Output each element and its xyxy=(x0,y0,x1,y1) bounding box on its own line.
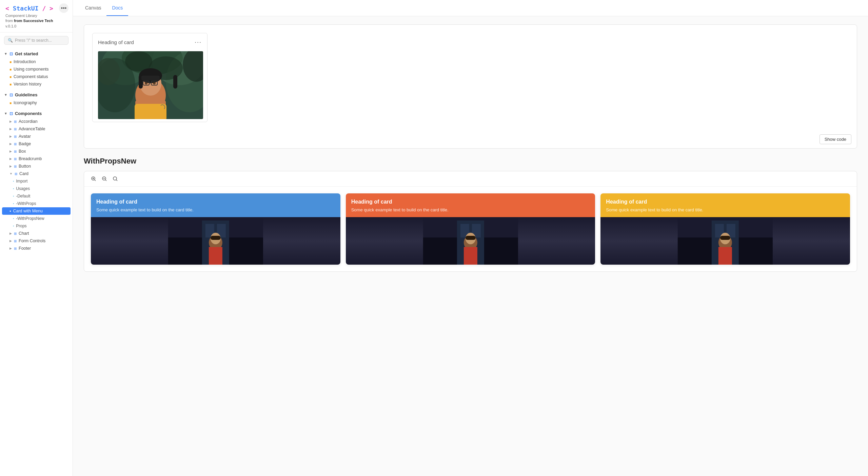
comp-icon: ⊞ xyxy=(14,239,17,243)
card-image xyxy=(98,51,203,119)
chevron-down-icon: ▼ xyxy=(4,93,7,97)
nav-item-label: Form Controls xyxy=(19,239,45,243)
nav-group-label: Components xyxy=(15,111,42,116)
search-icon: 🔍 xyxy=(8,38,13,43)
sidebar-item-card[interactable]: ▼ ⊞ Card xyxy=(0,170,73,177)
sidebar-item-button[interactable]: ▶ ⊞ Button xyxy=(0,163,73,170)
zoom-controls xyxy=(84,171,857,187)
nav-subitem-label: Import xyxy=(16,179,27,184)
app-subtitle: Component Library from from Successive T… xyxy=(5,13,67,29)
sidebar-subitem-import[interactable]: ▪ Import xyxy=(0,177,73,185)
sidebar-item-chart[interactable]: ▶ ⊞ Chart xyxy=(0,230,73,237)
svg-rect-24 xyxy=(135,104,166,119)
svg-line-30 xyxy=(105,180,106,181)
sidebar-item-using-components[interactable]: ■ Using components xyxy=(0,65,73,73)
svg-rect-16 xyxy=(173,75,177,89)
app-logo: < StackUI / > xyxy=(5,5,67,12)
sidebar: < StackUI / > Component Library from fro… xyxy=(0,0,73,476)
comp-icon: ⊞ xyxy=(14,142,17,146)
sidebar-item-iconography[interactable]: ■ Iconography xyxy=(0,99,73,107)
nav-item-label: AdvanceTable xyxy=(19,127,45,131)
chevron-right-icon: ▶ xyxy=(9,142,12,146)
folder-icon: ⊡ xyxy=(9,52,13,56)
sidebar-item-advance-table[interactable]: ▶ ⊞ AdvanceTable xyxy=(0,125,73,133)
sidebar-item-box[interactable]: ▶ ⊞ Box xyxy=(0,148,73,155)
card-demo: Heading of card ··· xyxy=(92,33,208,122)
color-card-yellow: Heading of card Some quick example text … xyxy=(600,193,850,265)
card-yellow-text: Some quick example text to build on the … xyxy=(606,207,845,213)
svg-rect-58 xyxy=(718,247,732,265)
card-orange-heading: Heading of card xyxy=(351,199,590,205)
card-menu-button[interactable]: ··· xyxy=(195,39,202,46)
withpropsnew-preview: Heading of card Some quick example text … xyxy=(84,171,857,272)
nav-group-label: Guidelines xyxy=(15,92,37,97)
content-area: Heading of card ··· xyxy=(73,16,868,476)
svg-rect-42 xyxy=(211,236,221,240)
doc-icon: ■ xyxy=(9,68,12,71)
color-card-blue: Heading of card Some quick example text … xyxy=(91,193,340,265)
tab-docs[interactable]: Docs xyxy=(106,0,128,16)
comp-icon: ⊞ xyxy=(14,135,17,138)
sidebar-item-accordian[interactable]: ▶ ⊞ Accordian xyxy=(0,118,73,125)
preview-inner: Heading of card ··· xyxy=(84,25,857,130)
search-box[interactable]: 🔍 Press "/" to search... xyxy=(4,36,68,45)
sidebar-subitem-default[interactable]: ▪ -Default xyxy=(0,192,73,200)
nav-item-label: Using components xyxy=(14,67,49,72)
sidebar-item-component-status[interactable]: ■ Component status xyxy=(0,73,73,80)
nav-section-get-started: ▼ ⊡ Get started ■ Introduction ■ Using c… xyxy=(0,48,73,89)
more-options-button[interactable]: ••• xyxy=(59,3,68,13)
show-code-button[interactable]: Show code xyxy=(820,134,851,144)
nav-item-label: Badge xyxy=(19,141,31,146)
comp-icon: ⊞ xyxy=(14,127,17,131)
sidebar-item-badge[interactable]: ▶ ⊞ Badge xyxy=(0,140,73,148)
sidebar-subitem-usages[interactable]: ▪ Usages xyxy=(0,185,73,192)
svg-rect-60 xyxy=(720,236,730,240)
sidebar-item-version-history[interactable]: ■ Version history xyxy=(0,80,73,88)
nav-item-label: Card with Menu xyxy=(13,209,43,213)
nav-subitem-label: -WithProps xyxy=(16,201,36,206)
main-content: Canvas Docs Heading of card ··· xyxy=(73,0,868,476)
nav-group-get-started[interactable]: ▼ ⊡ Get started xyxy=(0,50,73,58)
card-blue-header: Heading of card Some quick example text … xyxy=(91,193,340,217)
tab-canvas[interactable]: Canvas xyxy=(80,0,106,16)
card-yellow-heading: Heading of card xyxy=(606,199,845,205)
show-code-row: Show code xyxy=(84,130,857,148)
comp-icon: ⊞ xyxy=(15,172,17,176)
sidebar-item-footer[interactable]: ▶ ⊞ Footer xyxy=(0,245,73,252)
chevron-right-icon: ▶ xyxy=(9,232,12,235)
sidebar-item-breadcrumb[interactable]: ▶ ⊞ Breadcrumb xyxy=(0,155,73,163)
sidebar-subitem-withprops[interactable]: ▪ -WithProps xyxy=(0,200,73,207)
comp-icon: ⊞ xyxy=(14,247,17,250)
card-orange-header: Heading of card Some quick example text … xyxy=(346,193,595,217)
nav-item-label: Introduction xyxy=(14,59,36,64)
svg-rect-40 xyxy=(209,247,222,265)
zoom-out-button[interactable] xyxy=(100,175,108,183)
card-blue-text: Some quick example text to build on the … xyxy=(96,207,335,213)
sidebar-item-introduction[interactable]: ■ Introduction xyxy=(0,58,73,65)
chevron-right-icon: ▶ xyxy=(9,239,12,243)
sidebar-subitem-withpropsnew[interactable]: ▪ -WithPropsNew xyxy=(0,215,73,222)
color-card-orange: Heading of card Some quick example text … xyxy=(346,193,595,265)
nav-item-label: Button xyxy=(19,164,31,169)
chevron-right-icon: ▶ xyxy=(9,247,12,250)
sidebar-subitem-card-with-menu[interactable]: ▪ Card with Menu xyxy=(2,207,71,215)
svg-rect-49 xyxy=(464,247,477,265)
zoom-reset-button[interactable] xyxy=(111,175,119,183)
sidebar-subitem-props[interactable]: ▪ Props xyxy=(0,222,73,230)
chevron-right-icon: ▶ xyxy=(9,165,12,168)
nav-group-components[interactable]: ▼ ⊡ Components xyxy=(0,109,73,118)
svg-point-32 xyxy=(113,177,117,180)
card-heading: Heading of card xyxy=(98,39,134,45)
sidebar-item-form-controls[interactable]: ▶ ⊞ Form Controls xyxy=(0,237,73,245)
chevron-right-icon: ▶ xyxy=(9,127,12,131)
sub-doc-icon: ▪ xyxy=(13,202,14,205)
doc-icon: ■ xyxy=(9,82,12,86)
comp-icon: ⊞ xyxy=(14,232,17,235)
comp-icon: ⊞ xyxy=(14,150,17,153)
chevron-down-icon: ▼ xyxy=(4,52,7,56)
svg-line-33 xyxy=(116,180,117,181)
sidebar-item-avatar[interactable]: ▶ ⊞ Avatar xyxy=(0,133,73,140)
zoom-in-button[interactable] xyxy=(90,175,98,183)
nav-group-guidelines[interactable]: ▼ ⊡ Guidelines xyxy=(0,91,73,99)
svg-line-26 xyxy=(95,180,96,181)
